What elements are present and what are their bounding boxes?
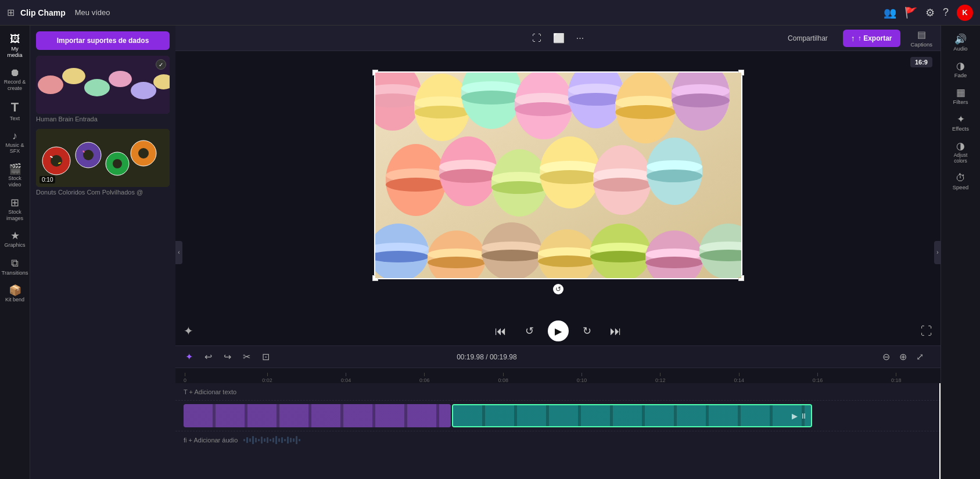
track-clip-donuts[interactable]	[184, 404, 451, 427]
topbar-left: ⊞ Clip Champ Meu vídeo	[7, 7, 110, 18]
flag-icon[interactable]: 🚩	[904, 6, 917, 19]
panel-collapse-handle[interactable]: ‹	[175, 241, 182, 264]
media-item-donuts[interactable]: 0:10 Donuts Coloridos Com Polvilhados @	[36, 129, 170, 197]
svg-point-84	[482, 250, 542, 261]
timeline-toolbar: ✦ ↩ ↪ ✂ ⊡ 00:19.98 / 00:19.98 ⊖ ⊕ ⤢	[175, 346, 940, 368]
sidebar-item-stock-images[interactable]: ⊞ Stock images	[2, 194, 28, 225]
zoom-in-button[interactable]: ⊕	[896, 350, 910, 363]
svg-point-44	[615, 105, 676, 119]
svg-rect-117	[290, 438, 292, 442]
donut-thumb-svg	[36, 129, 170, 187]
ruler-mark-16: 0:16	[813, 373, 823, 383]
split-button[interactable]: ⊡	[259, 350, 272, 363]
svg-point-28	[414, 106, 470, 118]
right-tool-audio[interactable]: 🔊 Audio	[946, 30, 976, 56]
media-item-human-brain[interactable]: ✓ Human Brain Entrada	[36, 56, 170, 124]
undo-button[interactable]: ↩	[202, 350, 215, 363]
svg-rect-102	[246, 437, 248, 443]
share-people-icon[interactable]: 👥	[884, 6, 896, 19]
timeline-zoom-controls: ⊖ ⊕ ⤢	[880, 350, 927, 363]
right-panel-collapse[interactable]: ›	[934, 241, 941, 264]
skip-back-button[interactable]: ⏮	[490, 322, 511, 340]
share-button[interactable]: Compartilhar	[778, 30, 837, 47]
settings-icon[interactable]: ⚙	[925, 6, 935, 19]
avatar[interactable]: K	[957, 5, 973, 21]
track-clip-macarons[interactable]: ▶ ⏸	[452, 404, 812, 427]
svg-point-1	[38, 75, 63, 94]
audio-tool-icon: 🔊	[954, 34, 967, 44]
timeline-playhead[interactable]	[939, 383, 940, 479]
sidebar-item-my-media[interactable]: 🖼 My media	[2, 30, 28, 62]
help-icon[interactable]: ?	[943, 6, 949, 19]
video-track: ▶ ⏸	[175, 401, 940, 431]
crop-tool-button[interactable]: ⛶	[529, 31, 545, 45]
redo-button[interactable]: ↪	[221, 350, 234, 363]
adjust-colors-tool-icon: ◑	[956, 141, 965, 151]
sidebar-label-record-create: Record &create	[4, 79, 26, 92]
media-sublabel-human-brain: Entrada	[75, 116, 98, 123]
grid-icon[interactable]: ⊞	[7, 7, 15, 18]
fit-timeline-button[interactable]: ⤢	[913, 350, 927, 363]
macaron-preview-svg	[375, 73, 741, 278]
transitions-icon: ⧉	[11, 258, 19, 268]
sidebar-item-text[interactable]: T Text	[2, 98, 28, 125]
timeline-tracks: T + Adicionar texto ▶ ⏸	[175, 383, 940, 479]
add-audio-label: fi + Adicionar áudio	[184, 437, 238, 444]
sidebar-label-music-sfx: Music & SFX	[3, 142, 27, 155]
canvas-toolbar: ⛶ ⬜ ···	[529, 31, 587, 45]
sidebar-item-record-create[interactable]: ⏺ Record &create	[2, 64, 28, 95]
sidebar-item-stock-video[interactable]: 🎬 Stock video	[2, 160, 28, 192]
svg-point-64	[540, 170, 600, 184]
sidebar-item-music-sfx[interactable]: ♪ Music & SFX	[2, 127, 28, 159]
svg-point-2	[62, 68, 85, 84]
rotate-handle[interactable]: ↺	[553, 284, 563, 294]
right-tool-fade[interactable]: ◑ Fade	[946, 57, 976, 82]
macaron-thumb-svg	[36, 56, 170, 114]
import-button[interactable]: Importar suportes de dados	[36, 31, 170, 50]
sidebar-item-kit-bend[interactable]: 📦 Kit bend	[2, 282, 28, 307]
fullscreen-button[interactable]: ⛶	[921, 325, 932, 338]
topbar: ⊞ Clip Champ Meu vídeo 👥 🚩 ⚙ ? K	[0, 0, 980, 26]
right-tool-speed[interactable]: ⏱ Speed	[946, 169, 976, 195]
add-text-track[interactable]: T + Adicionar texto	[175, 383, 940, 401]
video-title[interactable]: Meu vídeo	[75, 8, 110, 17]
captions-label: Captions	[911, 41, 933, 48]
rewind-5s-button[interactable]: ↺	[520, 322, 539, 340]
right-tool-filters[interactable]: ▦ Filters	[946, 84, 976, 109]
filters-tool-icon: ▦	[956, 88, 965, 98]
captions-button[interactable]: ▤ Captions	[911, 29, 933, 48]
canvas-topbar-right: Compartilhar ↑ ↑ Exportar ▤ Captions	[778, 29, 932, 48]
svg-rect-111	[272, 438, 274, 442]
clip-icon-1: ▶	[792, 412, 798, 420]
svg-rect-106	[258, 439, 260, 441]
svg-point-52	[386, 178, 446, 192]
add-audio-track[interactable]: fi + Adicionar áudio // Generate wavefor…	[175, 431, 940, 448]
kit-bend-icon: 📦	[9, 285, 21, 296]
ruler-mark-0: 0	[184, 373, 186, 383]
export-button[interactable]: ↑ ↑ Exportar	[843, 30, 900, 47]
svg-point-15	[138, 148, 149, 159]
skip-forward-button[interactable]: ⏭	[605, 322, 626, 340]
export-label: ↑ Exportar	[858, 34, 892, 42]
magic-timeline-button[interactable]: ✦	[182, 350, 196, 363]
magic-edit-button[interactable]: ✦	[184, 324, 193, 338]
media-duration-donuts: 0:10	[40, 176, 55, 183]
video-preview-wrapper[interactable]: ↺	[374, 71, 742, 279]
cut-button[interactable]: ✂	[240, 350, 253, 363]
sidebar-item-transitions[interactable]: ⧉ Transitions	[2, 254, 28, 279]
svg-rect-101	[243, 439, 245, 441]
app-title: Clip Champ	[20, 8, 66, 17]
sidebar-item-graphics[interactable]: ★ Graphics	[2, 227, 28, 252]
ruler-mark-18: 0:18	[891, 373, 902, 383]
zoom-out-button[interactable]: ⊖	[880, 350, 893, 363]
fit-screen-button[interactable]: ⬜	[550, 31, 568, 45]
right-tool-effects[interactable]: ✦ Effects	[946, 110, 976, 136]
right-tool-adjust-colors[interactable]: ◑ Adjust colors	[946, 137, 976, 168]
more-options-button[interactable]: ···	[573, 31, 587, 45]
forward-5s-button[interactable]: ↻	[578, 322, 596, 340]
play-pause-button[interactable]: ▶	[548, 320, 569, 341]
svg-point-68	[593, 178, 651, 192]
svg-rect-114	[281, 437, 283, 443]
sidebar-label-kit-bend: Kit bend	[5, 297, 24, 303]
right-sidebar: 🔊 Audio ◑ Fade ▦ Filters ✦ Effects ◑ Adj…	[940, 26, 980, 479]
